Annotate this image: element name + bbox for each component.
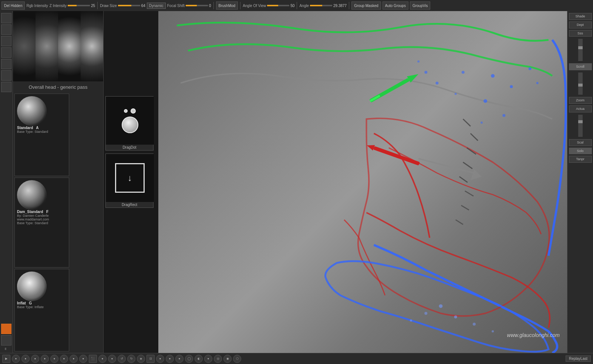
bottom-icon-22[interactable]: ● <box>204 355 212 363</box>
sidebar-scroll-button[interactable]: Scroll <box>569 63 592 70</box>
sidebar-btn-6[interactable] <box>1 70 11 81</box>
brushmod-button[interactable]: BrushMod <box>216 1 238 10</box>
bottom-icon-13[interactable]: ↺ <box>118 355 126 363</box>
dynamic-button[interactable]: Dynamic <box>147 3 166 9</box>
angle-of-view-slider[interactable] <box>267 5 289 6</box>
z-intensity-value: 25 <box>91 4 95 8</box>
angle-of-view-group: Angle Of View 50 <box>243 4 294 8</box>
stroke-card-dragrect[interactable]: ↓ DragRect <box>105 154 154 208</box>
bottom-icon-8[interactable]: ● <box>70 355 78 363</box>
angle-group: Angle 29.3877 <box>299 4 347 8</box>
texture-thumb-1[interactable] <box>13 11 36 81</box>
texture-thumb-4[interactable] <box>81 11 103 81</box>
texture-thumb-3[interactable] <box>58 11 81 81</box>
bottom-icon-16[interactable]: ⊡ <box>146 355 155 363</box>
bottom-icon-9[interactable]: ● <box>79 355 87 363</box>
brush-icon-inflat <box>17 272 47 301</box>
watermark: www.glaucolonghi.com <box>507 332 560 338</box>
sidebar-btn-2[interactable] <box>1 24 11 35</box>
bottom-icon-14[interactable]: ↻ <box>127 355 135 363</box>
dot-large <box>122 117 138 133</box>
sidebar-tanpr-button[interactable]: Tanpr <box>569 156 592 163</box>
bottom-icon-10[interactable]: ⬛ <box>89 355 97 363</box>
sidebar-btn-1[interactable] <box>1 13 11 23</box>
angle-value: 29.3877 <box>333 4 347 8</box>
sidebar-btn-5[interactable] <box>1 59 11 69</box>
sidebar-btn-4[interactable] <box>1 47 11 58</box>
bottom-icon-17[interactable]: ● <box>156 355 164 363</box>
bottom-icon-3[interactable]: ● <box>21 355 30 363</box>
bottom-icon-15[interactable]: ◈ <box>137 355 145 363</box>
texture-thumb-2[interactable] <box>36 11 58 81</box>
bottom-icon-1[interactable]: ▶ <box>2 355 10 363</box>
focal-shift-label: Focal Shift <box>167 4 185 8</box>
draw-size-group: Draw Size 64 <box>100 4 145 8</box>
bottom-icon-21[interactable]: ◐ <box>195 355 203 363</box>
right-scroll-slider[interactable] <box>578 39 583 61</box>
brush-website-dam-standard: www.maddamart.com <box>17 218 49 221</box>
brush-card-dam-standard[interactable]: Dam_Standard F By: Damien Canderle www.m… <box>14 178 69 267</box>
stroke-card-dragdot[interactable]: DragDot <box>105 96 154 151</box>
bottom-icon-5[interactable]: ● <box>41 355 49 363</box>
separator-2 <box>213 2 214 9</box>
bottom-icon-12[interactable]: ● <box>108 355 116 363</box>
replay-last-button[interactable]: ReplayLast <box>566 355 591 362</box>
sidebar-btn-orange-1[interactable] <box>1 324 11 334</box>
bottom-icon-23[interactable]: ◎ <box>214 355 222 363</box>
viewport[interactable]: www.glaucolonghi.com <box>158 11 567 353</box>
rgb-intensity-label: Rgb Intensity <box>26 4 48 8</box>
sidebar-btn-7[interactable] <box>1 82 11 92</box>
bottom-icon-20[interactable]: ◯ <box>185 355 193 363</box>
stroke-preview-dragrect: ↓ <box>106 154 154 202</box>
stroke-label-dragdot: DragDot <box>106 145 153 150</box>
texture-strip <box>13 11 103 81</box>
sidebar-solo-button[interactable]: Solo <box>569 148 592 155</box>
bottom-icon-4[interactable]: ● <box>31 355 39 363</box>
sidebar-shade-button[interactable]: Shade <box>569 13 592 20</box>
overall-head-label: Overall head - generic pass <box>13 81 103 92</box>
draw-size-label: Draw Size <box>100 4 117 8</box>
face-background <box>158 11 567 353</box>
auto-groups-button[interactable]: Auto Groups <box>383 1 408 10</box>
z-intensity-slider[interactable] <box>68 5 90 6</box>
sidebar-scale-button[interactable]: Scal <box>569 139 592 146</box>
angle-of-view-label: Angle Of View <box>243 4 266 8</box>
bottom-icon-24[interactable]: ◉ <box>223 355 232 363</box>
bottom-icon-18[interactable]: ● <box>166 355 174 363</box>
stroke-area: DragDot ↓ DragRect <box>105 96 161 211</box>
dot-small-2 <box>131 108 136 114</box>
brush-name-standard: Standard A <box>17 126 39 130</box>
angle-slider[interactable] <box>310 5 332 6</box>
brush-icon-standard <box>17 96 47 126</box>
sidebar-actual-button[interactable]: Actua <box>569 105 592 112</box>
brush-name-dam-standard: Dam_Standard F <box>17 210 48 214</box>
dragrect-box: ↓ <box>115 163 145 193</box>
bottom-icon-7[interactable]: ● <box>60 355 68 363</box>
group-masked-button[interactable]: Group Masked <box>351 1 381 10</box>
sidebar-btn-8[interactable] <box>1 335 11 346</box>
draw-size-slider[interactable] <box>118 5 140 6</box>
right-scale-slider[interactable] <box>578 115 583 137</box>
right-zoom-slider[interactable] <box>578 73 583 95</box>
bottom-icon-6[interactable]: ● <box>50 355 58 363</box>
sidebar-btn-3[interactable] <box>1 36 11 46</box>
bottom-icon-11[interactable]: ● <box>98 355 107 363</box>
dot-group <box>124 108 136 114</box>
bottom-icon-19[interactable]: ● <box>175 355 183 363</box>
bottom-icon-25[interactable]: ⬡ <box>233 355 241 363</box>
sidebar-depth-button[interactable]: Dept <box>569 21 592 28</box>
brush-basetype-dam-standard: Base Type: Standard <box>17 221 48 225</box>
bottom-icon-2[interactable]: ● <box>12 355 20 363</box>
brush-card-inflat[interactable]: Inflat G Base Type: Inflate <box>14 269 69 351</box>
dragrect-arrow: ↓ <box>128 173 132 183</box>
dot-small-1 <box>124 109 128 113</box>
del-hidden-button[interactable]: Del Hidden <box>1 1 25 10</box>
sidebar-zoom-button[interactable]: Zoom <box>569 97 592 104</box>
sidebar-sss-button[interactable]: Sss <box>569 30 592 37</box>
brush-type-inflat: Base Type: Inflate <box>17 305 44 309</box>
group-vis-button[interactable]: GroupVis <box>410 1 431 10</box>
brush-icon-dam-standard <box>17 180 47 210</box>
brush-card-standard[interactable]: Standard A Base Type: Standard <box>14 94 69 176</box>
focal-shift-slider[interactable] <box>186 5 208 6</box>
z-intensity-label: Z Intensity <box>50 4 67 8</box>
